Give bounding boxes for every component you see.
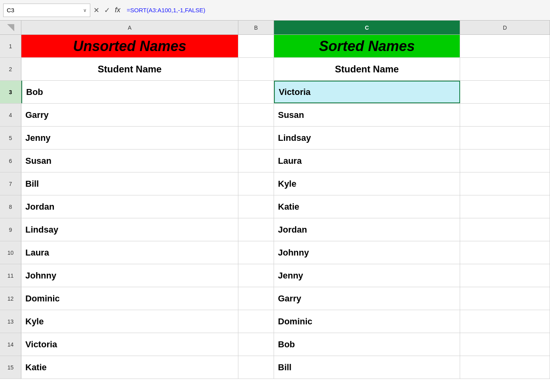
cell-d12[interactable]: [460, 287, 550, 310]
row-10: 10 Laura Johnny: [0, 241, 550, 264]
cell-b8[interactable]: [238, 195, 274, 218]
row-14: 14 Victoria Bob: [0, 333, 550, 356]
cell-b7[interactable]: [238, 172, 274, 195]
cell-c12[interactable]: Garry: [274, 287, 460, 310]
formula-icons: ✕ ✓: [93, 6, 110, 15]
cell-b12[interactable]: [238, 287, 274, 310]
row-num-10: 10: [0, 241, 21, 264]
col-header-a[interactable]: A: [21, 21, 238, 34]
cell-c7[interactable]: Kyle: [274, 172, 460, 195]
cell-d11[interactable]: [460, 264, 550, 287]
cell-a9[interactable]: Lindsay: [21, 218, 238, 241]
cell-d6[interactable]: [460, 150, 550, 172]
cell-c3[interactable]: Victoria: [274, 81, 460, 103]
cell-a8[interactable]: Jordan: [21, 195, 238, 218]
cell-d3[interactable]: [460, 81, 550, 103]
row-12: 12 Dominic Garry: [0, 287, 550, 310]
cell-d1[interactable]: [460, 35, 550, 57]
cell-c13[interactable]: Dominic: [274, 310, 460, 333]
cell-b3[interactable]: [238, 81, 274, 103]
row-11: 11 Johnny Jenny: [0, 264, 550, 287]
cell-b4[interactable]: [238, 104, 274, 126]
row-num-12: 12: [0, 287, 21, 310]
cell-c10[interactable]: Johnny: [274, 241, 460, 264]
cell-c2[interactable]: Student Name: [274, 58, 460, 80]
cell-c1[interactable]: Sorted Names: [274, 35, 460, 57]
cell-c14[interactable]: Bob: [274, 333, 460, 356]
row-9: 9 Lindsay Jordan: [0, 218, 550, 241]
cell-b15[interactable]: [238, 356, 274, 379]
row-num-14: 14: [0, 333, 21, 356]
cell-a5[interactable]: Jenny: [21, 127, 238, 149]
cell-d5[interactable]: [460, 127, 550, 149]
cell-c5[interactable]: Lindsay: [274, 127, 460, 149]
row-2: 2 Student Name Student Name: [0, 58, 550, 81]
cell-b2[interactable]: [238, 58, 274, 80]
cell-b5[interactable]: [238, 127, 274, 149]
cell-b14[interactable]: [238, 333, 274, 356]
name-box[interactable]: C3 ∨: [3, 4, 90, 17]
cell-a10[interactable]: Laura: [21, 241, 238, 264]
cell-a6[interactable]: Susan: [21, 150, 238, 172]
row-7: 7 Bill Kyle: [0, 172, 550, 195]
cell-a11[interactable]: Johnny: [21, 264, 238, 287]
col-header-d[interactable]: D: [460, 21, 550, 34]
cell-reference: C3: [7, 7, 14, 13]
cell-a3[interactable]: Bob: [21, 81, 238, 103]
cell-d9[interactable]: [460, 218, 550, 241]
name-box-chevron-icon: ∨: [83, 8, 87, 13]
cell-c11[interactable]: Jenny: [274, 264, 460, 287]
spreadsheet: A B C D 1 Unsorted Names Sorted Names 2: [0, 21, 550, 392]
cell-d15[interactable]: [460, 356, 550, 379]
row-num-15: 15: [0, 356, 21, 379]
row-8: 8 Jordan Katie: [0, 195, 550, 218]
row-15: 15 Katie Bill: [0, 356, 550, 379]
corner-cell: [0, 21, 21, 34]
cell-d8[interactable]: [460, 195, 550, 218]
row-num-3: 3: [0, 81, 21, 103]
cell-c8[interactable]: Katie: [274, 195, 460, 218]
cell-a1[interactable]: Unsorted Names: [21, 35, 238, 57]
formula-input[interactable]: =SORT(A3:A100,1,-1,FALSE): [124, 7, 547, 13]
cell-b1[interactable]: [238, 35, 274, 57]
formula-bar: C3 ∨ ✕ ✓ fx =SORT(A3:A100,1,-1,FALSE): [0, 0, 550, 21]
cell-b10[interactable]: [238, 241, 274, 264]
confirm-icon[interactable]: ✓: [104, 6, 110, 15]
cell-a4[interactable]: Garry: [21, 104, 238, 126]
cancel-icon[interactable]: ✕: [93, 6, 99, 15]
row-3: 3 Bob Victoria: [0, 81, 550, 104]
cell-d10[interactable]: [460, 241, 550, 264]
cell-a14[interactable]: Victoria: [21, 333, 238, 356]
col-header-b[interactable]: B: [238, 21, 274, 34]
cell-a15[interactable]: Katie: [21, 356, 238, 379]
corner-triangle-icon: [7, 24, 14, 31]
cell-a2[interactable]: Student Name: [21, 58, 238, 80]
cell-c9[interactable]: Jordan: [274, 218, 460, 241]
cell-b9[interactable]: [238, 218, 274, 241]
cell-d2[interactable]: [460, 58, 550, 80]
row-num-7: 7: [0, 172, 21, 195]
row-num-5: 5: [0, 127, 21, 149]
cell-c4[interactable]: Susan: [274, 104, 460, 126]
col-header-c[interactable]: C: [274, 21, 460, 34]
cell-d4[interactable]: [460, 104, 550, 126]
rows-container: 1 Unsorted Names Sorted Names 2 Student …: [0, 35, 550, 392]
cell-b6[interactable]: [238, 150, 274, 172]
cell-a7[interactable]: Bill: [21, 172, 238, 195]
fx-label: fx: [115, 6, 120, 14]
row-1: 1 Unsorted Names Sorted Names: [0, 35, 550, 58]
row-num-6: 6: [0, 150, 21, 172]
cell-a13[interactable]: Kyle: [21, 310, 238, 333]
cell-a12[interactable]: Dominic: [21, 287, 238, 310]
cell-c15[interactable]: Bill: [274, 356, 460, 379]
cell-b13[interactable]: [238, 310, 274, 333]
row-num-9: 9: [0, 218, 21, 241]
cell-b11[interactable]: [238, 264, 274, 287]
row-num-2: 2: [0, 58, 21, 80]
row-num-8: 8: [0, 195, 21, 218]
cell-d14[interactable]: [460, 333, 550, 356]
cell-d13[interactable]: [460, 310, 550, 333]
cell-c6[interactable]: Laura: [274, 150, 460, 172]
row-num-4: 4: [0, 104, 21, 126]
cell-d7[interactable]: [460, 172, 550, 195]
